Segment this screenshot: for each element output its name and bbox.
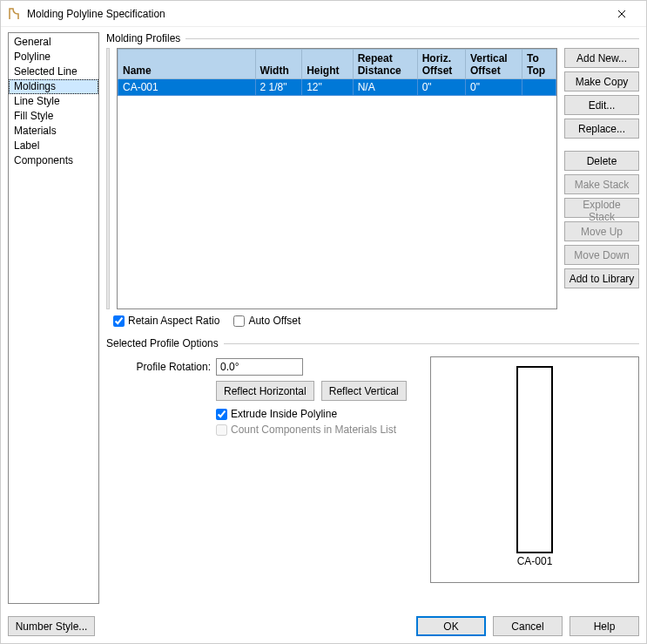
sidebar-item-components[interactable]: Components: [9, 153, 98, 168]
sidebar-item-materials[interactable]: Materials: [9, 124, 98, 139]
help-button[interactable]: Help: [569, 616, 639, 636]
reflect-vertical-button[interactable]: Reflect Vertical: [321, 381, 407, 401]
profiles-table[interactable]: Name Width Height Repeat Distance Horiz.…: [118, 49, 556, 96]
col-voffset[interactable]: Vertical Offset: [465, 50, 522, 79]
cell-hoffset[interactable]: 0": [417, 79, 465, 96]
extrude-checkbox[interactable]: [216, 409, 227, 420]
make-copy-button[interactable]: Make Copy: [564, 71, 639, 92]
sidebar-item-label[interactable]: Label: [9, 139, 98, 153]
replace-button[interactable]: Replace...: [564, 119, 639, 139]
titlebar: Molding Polyline Specification: [1, 1, 646, 27]
col-width[interactable]: Width: [255, 50, 302, 79]
move-down-button: Move Down: [564, 245, 639, 265]
col-repeat[interactable]: Repeat Distance: [353, 50, 417, 79]
move-up-button: Move Up: [564, 221, 639, 241]
profile-preview: CA-001: [430, 356, 639, 583]
number-style-button[interactable]: Number Style...: [8, 616, 95, 636]
retain-aspect-checkbox[interactable]: [113, 315, 125, 327]
col-name[interactable]: Name: [118, 50, 256, 79]
auto-offset-checkbox[interactable]: [233, 315, 245, 327]
auto-offset-label[interactable]: Auto Offset: [233, 315, 300, 327]
ok-button[interactable]: OK: [416, 616, 486, 636]
dialog-window: Molding Polyline Specification General P…: [0, 0, 647, 644]
cell-height[interactable]: 12": [302, 79, 354, 96]
edit-button[interactable]: Edit...: [564, 95, 639, 115]
sidebar-item-line-style[interactable]: Line Style: [9, 94, 98, 109]
sidebar-item-selected-line[interactable]: Selected Line: [9, 64, 98, 79]
sidebar-item-polyline[interactable]: Polyline: [9, 50, 98, 64]
profiles-table-wrap: Name Width Height Repeat Distance Horiz.…: [117, 48, 557, 309]
close-button[interactable]: [604, 2, 639, 26]
cell-totop[interactable]: [522, 79, 556, 96]
preview-label: CA-001: [517, 555, 553, 567]
count-components-label: Count Components in Materials List: [216, 424, 421, 436]
add-new-button[interactable]: Add New...: [564, 48, 639, 68]
selected-profile-text: Selected Profile Options: [106, 337, 219, 349]
divider: [185, 38, 639, 39]
molding-profiles-text: Molding Profiles: [106, 32, 180, 44]
sidebar-item-moldings[interactable]: Moldings: [9, 79, 98, 94]
auto-offset-text: Auto Offset: [248, 315, 300, 327]
selected-profile-label: Selected Profile Options: [106, 337, 639, 349]
window-title: Molding Polyline Specification: [27, 8, 604, 20]
divider: [224, 343, 639, 344]
cancel-button[interactable]: Cancel: [493, 616, 563, 636]
extrude-label[interactable]: Extrude Inside Polyline: [216, 408, 421, 420]
molding-profiles-label: Molding Profiles: [106, 32, 639, 44]
table-row[interactable]: CA-001 2 1/8" 12" N/A 0" 0": [118, 79, 556, 96]
cell-repeat[interactable]: N/A: [353, 79, 417, 96]
delete-button[interactable]: Delete: [564, 151, 639, 171]
app-icon: [8, 7, 22, 21]
reflect-horizontal-button[interactable]: Reflect Horizontal: [216, 381, 314, 401]
retain-aspect-text: Retain Aspect Ratio: [128, 315, 219, 327]
add-to-library-button[interactable]: Add to Library: [564, 268, 639, 288]
col-totop[interactable]: To Top: [522, 50, 556, 79]
cell-width[interactable]: 2 1/8": [255, 79, 302, 96]
rotation-label: Profile Rotation:: [106, 361, 211, 373]
cell-name[interactable]: CA-001: [118, 79, 256, 96]
scrollbar-stub[interactable]: [106, 48, 110, 309]
cell-voffset[interactable]: 0": [465, 79, 522, 96]
col-hoffset[interactable]: Horiz. Offset: [417, 50, 465, 79]
col-height[interactable]: Height: [302, 50, 354, 79]
extrude-text: Extrude Inside Polyline: [231, 408, 337, 420]
count-components-text: Count Components in Materials List: [231, 424, 396, 436]
preview-shape: [516, 366, 553, 553]
rotation-input[interactable]: [216, 358, 303, 376]
count-components-checkbox: [216, 424, 227, 436]
category-sidebar: General Polyline Selected Line Moldings …: [8, 32, 99, 604]
retain-aspect-label[interactable]: Retain Aspect Ratio: [113, 315, 219, 327]
profile-buttons: Add New... Make Copy Edit... Replace... …: [564, 48, 639, 309]
explode-stack-button: Explode Stack: [564, 198, 639, 218]
sidebar-item-general[interactable]: General: [9, 35, 98, 50]
make-stack-button: Make Stack: [564, 174, 639, 194]
sidebar-item-fill-style[interactable]: Fill Style: [9, 109, 98, 124]
